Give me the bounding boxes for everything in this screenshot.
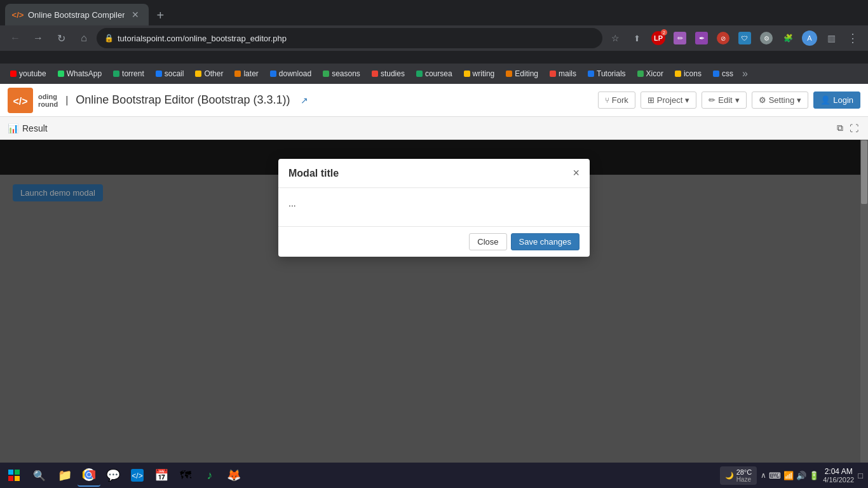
extension-lastpass[interactable]: LP 2 bbox=[648, 28, 668, 48]
active-tab[interactable]: </> Online Bootstrap Compiler ✕ bbox=[5, 4, 149, 25]
taskbar-clock[interactable]: 2:04 AM 4/16/2022 bbox=[823, 467, 854, 484]
bookmark-other[interactable]: Other bbox=[190, 67, 228, 80]
setting-button[interactable]: ⚙ Setting ▾ bbox=[752, 92, 808, 109]
bookmark-mails[interactable]: mails bbox=[545, 67, 581, 80]
svg-rect-4 bbox=[8, 476, 13, 481]
bookmark-later[interactable]: later bbox=[229, 67, 263, 80]
tab-close-button[interactable]: ✕ bbox=[130, 9, 141, 20]
bookmark-socail-icon bbox=[156, 71, 162, 77]
bookmark-whatsapp-icon bbox=[58, 71, 64, 77]
taskbar-vscode[interactable]: </> bbox=[126, 464, 149, 487]
logo-text: odinground bbox=[38, 93, 58, 108]
extension-pen2[interactable]: ✒ bbox=[691, 28, 712, 48]
result-bar: 📊 Result ⧉ ⛶ bbox=[0, 117, 868, 140]
fork-button[interactable]: ⑂ Fork bbox=[598, 92, 635, 109]
bookmark-icons[interactable]: icons bbox=[670, 67, 707, 80]
login-button[interactable]: 👤 Login bbox=[813, 92, 860, 109]
bookmark-seasons[interactable]: seasons bbox=[318, 67, 365, 80]
extension-shield[interactable]: 🛡 bbox=[735, 28, 755, 48]
bookmark-later-icon bbox=[234, 71, 241, 77]
extension-pen1[interactable]: ✏ bbox=[670, 28, 690, 48]
share-icon[interactable]: ⬆ bbox=[627, 28, 647, 48]
notification-icon[interactable]: □ bbox=[858, 471, 863, 480]
setting-dropdown-icon: ▾ bbox=[797, 95, 801, 105]
taskbar-calendar[interactable]: 📅 bbox=[150, 464, 173, 487]
windows-icon bbox=[8, 470, 20, 481]
bookmark-download-icon bbox=[270, 71, 276, 77]
home-button[interactable]: ⌂ bbox=[74, 28, 94, 48]
logo: </> odinground bbox=[8, 88, 58, 113]
lock-icon: 🔒 bbox=[104, 34, 114, 43]
chrome-icon bbox=[83, 468, 95, 481]
taskbar-maps[interactable]: 🗺 bbox=[174, 464, 197, 487]
scrollbar-thumb[interactable] bbox=[861, 140, 867, 204]
bookmark-studies[interactable]: studies bbox=[367, 67, 410, 80]
speaker-icon[interactable]: 🔊 bbox=[796, 471, 806, 480]
bookmark-writing[interactable]: writing bbox=[459, 67, 500, 80]
sidebar-icon[interactable]: ▥ bbox=[821, 28, 841, 48]
app-bar: </> odinground | Online Bootstrap Editor… bbox=[0, 84, 868, 117]
fullscreen-icon[interactable]: ⛶ bbox=[848, 121, 860, 135]
external-link-icon[interactable]: ↗ bbox=[301, 95, 308, 105]
taskbar-firefox[interactable]: 🦊 bbox=[222, 464, 245, 487]
app-actions: ⑂ Fork ⊞ Project ▾ ✏ Edit ▾ ⚙ Setting ▾ … bbox=[598, 92, 860, 109]
project-icon: ⊞ bbox=[648, 95, 654, 105]
modal-dialog: Modal title × ... Close Save changes bbox=[278, 159, 590, 257]
taskbar-search-button[interactable]: 🔍 bbox=[28, 463, 51, 488]
bookmark-css-icon bbox=[713, 71, 719, 77]
toolbar-icons: ☆ ⬆ LP 2 ✏ ✒ ⊘ 🛡 ⚙ 🧩 A bbox=[605, 28, 863, 48]
extension-block[interactable]: ⊘ bbox=[713, 28, 733, 48]
logo-svg: </> bbox=[8, 88, 33, 113]
bookmark-download[interactable]: download bbox=[265, 67, 316, 80]
new-window-icon[interactable]: ⧉ bbox=[835, 121, 845, 135]
edit-button[interactable]: ✏ Edit ▾ bbox=[702, 92, 746, 109]
back-button[interactable]: ← bbox=[5, 28, 25, 48]
bookmark-socail[interactable]: socail bbox=[151, 67, 189, 80]
extension-gear[interactable]: ⚙ bbox=[756, 28, 776, 48]
taskbar-chrome[interactable] bbox=[78, 464, 100, 487]
bookmark-xicor[interactable]: Xicor bbox=[632, 67, 668, 80]
bookmark-editing[interactable]: Editing bbox=[501, 67, 543, 80]
bookmark-coursea[interactable]: coursea bbox=[411, 67, 458, 80]
project-button[interactable]: ⊞ Project ▾ bbox=[641, 92, 696, 109]
edit-icon: ✏ bbox=[709, 95, 715, 105]
bookmark-tutorials[interactable]: Tutorials bbox=[583, 67, 631, 80]
bookmark-whatsapp[interactable]: WhatsApp bbox=[53, 67, 107, 80]
address-bar: ← → ↻ ⌂ 🔒 tutorialspoint.com/online_boot… bbox=[0, 25, 868, 51]
scrollbar[interactable] bbox=[860, 140, 868, 483]
user-icon: 👤 bbox=[820, 95, 831, 105]
modal-close-button[interactable]: × bbox=[573, 166, 580, 180]
refresh-button[interactable]: ↻ bbox=[51, 28, 71, 48]
chevron-up-icon[interactable]: ∧ bbox=[761, 471, 766, 480]
bookmark-youtube[interactable]: youtube bbox=[5, 67, 51, 80]
bookmark-seasons-icon bbox=[323, 71, 329, 77]
extensions-button[interactable]: 🧩 bbox=[778, 28, 798, 48]
taskbar-whatsapp[interactable]: 💬 bbox=[102, 464, 125, 487]
bookmarks-overflow[interactable]: » bbox=[740, 68, 750, 79]
menu-button[interactable]: ⋮ bbox=[843, 28, 863, 48]
address-input-wrapper[interactable]: 🔒 tutorialspoint.com/online_bootstrap_ed… bbox=[97, 28, 602, 48]
bookmark-css[interactable]: css bbox=[708, 67, 738, 80]
tab-favicon: </> bbox=[13, 10, 23, 20]
bookmark-torrent[interactable]: torrent bbox=[108, 67, 149, 80]
svg-rect-2 bbox=[8, 470, 13, 475]
fork-icon: ⑂ bbox=[605, 96, 609, 105]
system-tray: ∧ ⌨ 📶 🔊 🔋 bbox=[761, 471, 819, 480]
svg-rect-3 bbox=[15, 470, 20, 475]
taskbar-file-explorer[interactable]: 📁 bbox=[53, 464, 76, 487]
wifi-icon[interactable]: 📶 bbox=[783, 471, 794, 480]
bookmark-icons-icon bbox=[675, 71, 681, 77]
bookmark-torrent-icon bbox=[113, 71, 119, 77]
forward-button[interactable]: → bbox=[28, 28, 48, 48]
bookmark-star-icon[interactable]: ☆ bbox=[605, 28, 625, 48]
svg-text:</>: </> bbox=[132, 471, 142, 480]
modal-save-button[interactable]: Save changes bbox=[511, 233, 580, 250]
start-button[interactable] bbox=[0, 463, 28, 488]
modal-close-action-button[interactable]: Close bbox=[469, 233, 506, 250]
taskbar-spotify[interactable]: ♪ bbox=[198, 464, 221, 487]
new-tab-button[interactable]: + bbox=[151, 6, 169, 25]
modal-backdrop[interactable]: Modal title × ... Close Save changes bbox=[0, 140, 868, 483]
tab-bar: </> Online Bootstrap Compiler ✕ + bbox=[0, 0, 868, 25]
profile-icon[interactable]: A bbox=[799, 28, 820, 48]
modal-body: ... bbox=[278, 188, 590, 226]
